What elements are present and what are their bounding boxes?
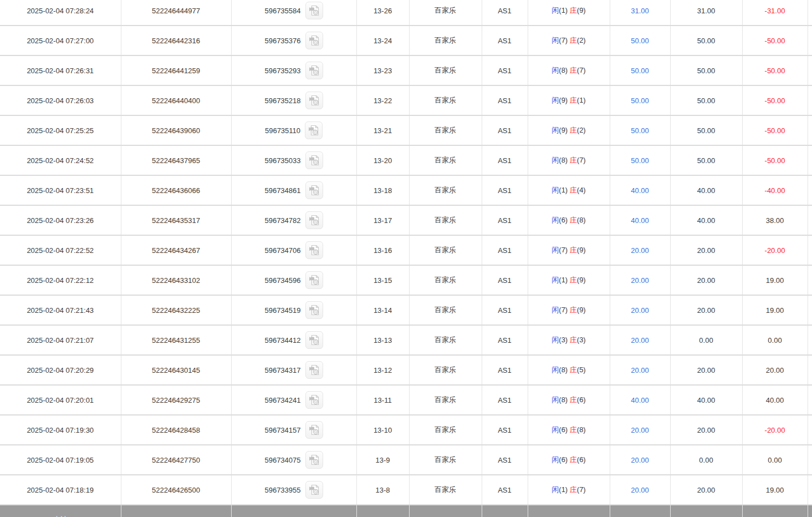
player-score: (1) <box>559 186 568 194</box>
banker-score: (6) <box>577 455 586 464</box>
game-type-cell: 百家乐 <box>409 325 482 355</box>
game-number-cell: 596735110 <box>231 115 356 145</box>
video-replay-button[interactable] <box>305 32 323 49</box>
cut-cell <box>808 415 812 445</box>
banker-result-label: 庄 <box>570 66 577 74</box>
cut-cell <box>808 325 812 355</box>
player-result-label: 闲 <box>551 455 559 464</box>
table-name-cell: AS1 <box>482 385 528 415</box>
bet-id-cell: 522246427750 <box>121 445 231 475</box>
bet-amount-cell[interactable]: 40.00 <box>610 175 670 205</box>
video-file-icon <box>309 155 320 166</box>
record-row: 2025-02-04 07:25:25522246439060596735110… <box>0 115 812 145</box>
win-loss-cell: 20.00 <box>742 355 808 385</box>
game-type-cell: 百家乐 <box>409 175 482 205</box>
video-replay-button[interactable] <box>305 181 323 199</box>
game-number-cell: 596734519 <box>231 295 356 325</box>
win-loss-cell: -20.00 <box>742 415 808 445</box>
banker-score: (5) <box>577 366 586 374</box>
bet-amount-cell[interactable]: 20.00 <box>610 295 670 325</box>
banker-result-label: 庄 <box>570 396 577 404</box>
bet-amount-cell[interactable]: 50.00 <box>610 85 670 115</box>
game-number-wrap: 596734706 <box>264 241 323 259</box>
bet-amount-cell[interactable]: 20.00 <box>610 355 670 385</box>
video-replay-button[interactable] <box>305 421 323 439</box>
win-loss-cell: 19.00 <box>742 475 808 505</box>
subtotal-empty-round <box>356 505 409 517</box>
game-type-cell: 百家乐 <box>409 115 482 145</box>
bet-id-cell: 522246435317 <box>121 205 231 235</box>
game-number: 596734412 <box>264 336 300 344</box>
table-name-cell: AS1 <box>482 475 528 505</box>
record-row: 2025-02-04 07:20:29522246430145596734317… <box>0 355 812 385</box>
bet-amount-cell[interactable]: 20.00 <box>610 475 670 505</box>
game-type-cell: 百家乐 <box>409 145 482 175</box>
bet-amount-cell[interactable]: 50.00 <box>610 145 670 175</box>
bet-id-cell: 522246432225 <box>121 295 231 325</box>
bet-amount-cell[interactable]: 20.00 <box>610 445 670 475</box>
game-type-cell: 百家乐 <box>409 445 482 475</box>
banker-result-label: 庄 <box>570 455 577 464</box>
video-replay-button[interactable] <box>305 121 323 139</box>
player-result-label: 闲 <box>551 276 559 284</box>
game-number-wrap: 596735218 <box>264 92 323 109</box>
banker-result-label: 庄 <box>570 336 577 344</box>
player-result-label: 闲 <box>551 96 559 104</box>
video-replay-button[interactable] <box>305 391 323 409</box>
round-number-cell: 13-15 <box>356 265 409 295</box>
video-replay-button[interactable] <box>305 2 323 19</box>
video-replay-button[interactable] <box>305 361 323 379</box>
player-result-label: 闲 <box>551 336 559 344</box>
banker-score: (4) <box>577 186 586 194</box>
game-number-wrap: 596734412 <box>264 331 323 349</box>
bet-time-cell: 2025-02-04 07:26:31 <box>0 55 121 85</box>
result-cell: 闲(8) 庄(7) <box>528 55 610 85</box>
bet-amount-cell[interactable]: 20.00 <box>610 265 670 295</box>
bet-amount-cell[interactable]: 40.00 <box>610 385 670 415</box>
video-replay-button[interactable] <box>305 211 323 229</box>
video-replay-button[interactable] <box>305 92 323 109</box>
game-number-cell: 596735293 <box>231 55 356 85</box>
bet-id-cell: 522246430145 <box>121 355 231 385</box>
player-score: (8) <box>559 156 568 164</box>
bet-amount-cell[interactable]: 20.00 <box>610 325 670 355</box>
player-result-label: 闲 <box>551 396 559 404</box>
win-loss-cell: -50.00 <box>742 26 808 55</box>
video-replay-button[interactable] <box>305 62 323 79</box>
video-replay-button[interactable] <box>305 271 323 289</box>
game-number-wrap: 596734157 <box>264 421 323 439</box>
bet-amount-cell[interactable]: 20.00 <box>610 235 670 265</box>
table-name-cell: AS1 <box>482 175 528 205</box>
game-type-cell: 百家乐 <box>409 415 482 445</box>
video-file-icon <box>309 394 320 406</box>
bet-amount-cell[interactable]: 50.00 <box>610 55 670 85</box>
player-score: (6) <box>559 425 568 434</box>
subtotal-empty-gameno <box>231 505 356 517</box>
video-replay-button[interactable] <box>305 451 323 469</box>
video-file-icon <box>309 424 320 435</box>
cut-cell <box>808 85 812 115</box>
video-replay-button[interactable] <box>305 151 323 169</box>
video-file-icon <box>309 185 320 196</box>
bet-amount-cell[interactable]: 50.00 <box>610 115 670 145</box>
bet-amount-cell[interactable]: 50.00 <box>610 26 670 55</box>
game-type-cell: 百家乐 <box>409 265 482 295</box>
cut-cell <box>808 205 812 235</box>
bet-amount-cell[interactable]: 40.00 <box>610 205 670 235</box>
bet-id-cell: 522246426500 <box>121 475 231 505</box>
bet-amount-cell[interactable]: 31.00 <box>610 0 670 26</box>
cut-cell <box>808 355 812 385</box>
game-number: 596735584 <box>264 7 300 15</box>
table-name-cell: AS1 <box>482 265 528 295</box>
game-number-cell: 596734782 <box>231 205 356 235</box>
bet-amount-cell[interactable]: 20.00 <box>610 415 670 445</box>
video-replay-button[interactable] <box>305 241 323 259</box>
game-type-cell: 百家乐 <box>409 385 482 415</box>
video-replay-button[interactable] <box>305 481 323 499</box>
record-row: 2025-02-04 07:28:24522246444977596735584… <box>0 0 812 26</box>
player-result-label: 闲 <box>551 6 559 14</box>
bet-time-cell: 2025-02-04 07:23:26 <box>0 205 121 235</box>
video-replay-button[interactable] <box>305 331 323 349</box>
cut-cell <box>808 445 812 475</box>
video-replay-button[interactable] <box>305 301 323 319</box>
